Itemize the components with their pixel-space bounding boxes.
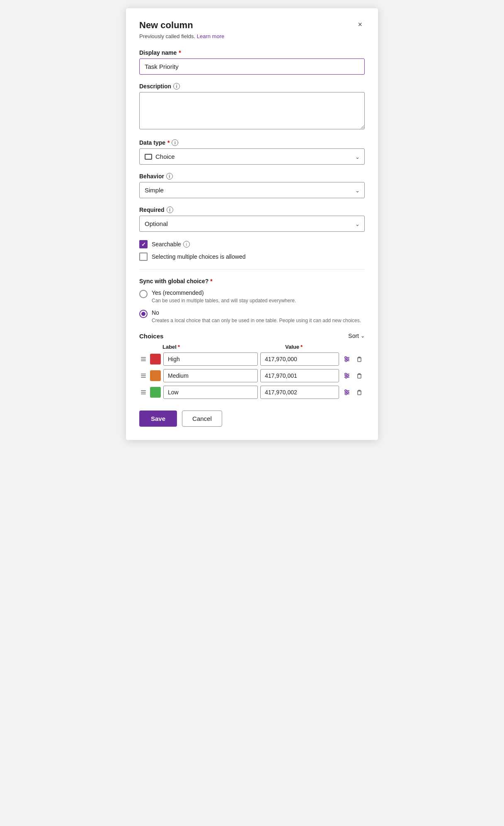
drag-handle-low[interactable] (139, 390, 148, 394)
required-select[interactable]: Optional ⌄ (139, 216, 365, 232)
behavior-select[interactable]: Simple ⌄ (139, 182, 365, 198)
panel-title: New column (139, 20, 193, 31)
cancel-button[interactable]: Cancel (182, 411, 222, 427)
choices-header: Choices Sort ⌄ (139, 333, 365, 340)
sliders-icon (343, 389, 351, 396)
choice-icon (145, 154, 152, 160)
delete-medium-button[interactable] (354, 370, 365, 381)
choice-label-medium[interactable] (163, 369, 258, 382)
choice-label-high[interactable] (163, 352, 258, 366)
color-swatch-low[interactable] (150, 387, 161, 398)
choice-value-high[interactable] (260, 352, 339, 366)
choice-value-low[interactable] (260, 386, 339, 399)
data-type-label: Data type * i (139, 139, 365, 146)
sort-chevron-icon: ⌄ (361, 333, 365, 339)
color-swatch-medium[interactable] (150, 370, 161, 381)
sync-global-section: Sync with global choice? * Yes (recommen… (139, 278, 365, 324)
choice-row-high (139, 352, 365, 366)
sync-global-required: * (210, 278, 212, 284)
trash-icon (356, 389, 363, 396)
required-display[interactable]: Optional ⌄ (139, 216, 365, 232)
footer-buttons: Save Cancel (139, 411, 365, 427)
panel-subtitle: Previously called fields. Learn more (139, 33, 365, 39)
behavior-label: Behavior i (139, 173, 365, 180)
data-type-info-icon: i (172, 139, 178, 146)
description-input[interactable] (139, 92, 365, 129)
svg-rect-13 (358, 374, 361, 378)
behavior-info-icon: i (166, 173, 173, 180)
drag-handle-high[interactable] (139, 357, 148, 361)
edit-color-medium-button[interactable] (342, 370, 352, 381)
display-name-input[interactable] (139, 58, 365, 75)
behavior-display[interactable]: Simple ⌄ (139, 182, 365, 198)
panel-header: New column × (139, 20, 365, 31)
edit-color-high-button[interactable] (342, 354, 352, 364)
choices-title: Choices (139, 333, 163, 340)
multiple-choices-label: Selecting multiple choices is allowed (152, 253, 245, 260)
row-actions-low (342, 387, 365, 398)
svg-point-3 (347, 358, 349, 360)
close-button[interactable]: × (355, 20, 365, 29)
behavior-chevron-icon: ⌄ (355, 187, 360, 193)
sync-yes-radio[interactable] (139, 290, 148, 298)
sync-yes-label: Yes (recommended) (152, 289, 296, 296)
svg-point-8 (345, 373, 346, 375)
svg-point-15 (345, 390, 346, 391)
searchable-row: Searchable i (139, 240, 365, 248)
row-actions-high (342, 354, 365, 364)
required-section: Required i Optional ⌄ (139, 206, 365, 232)
svg-rect-20 (358, 391, 361, 395)
sync-yes-option: Yes (recommended) Can be used in multipl… (139, 289, 365, 304)
svg-point-17 (347, 391, 349, 393)
description-info-icon: i (173, 83, 180, 90)
sync-no-label: No (152, 309, 361, 316)
sync-yes-desc: Can be used in multiple tables, and will… (152, 297, 296, 304)
delete-low-button[interactable] (354, 387, 365, 398)
sync-no-desc: Creates a local choice that can only be … (152, 317, 361, 324)
choice-row-low (139, 386, 365, 399)
choice-label-low[interactable] (163, 386, 258, 399)
new-column-panel: New column × Previously called fields. L… (126, 8, 378, 440)
data-type-select[interactable]: Choice ⌄ (139, 148, 365, 165)
learn-more-link[interactable]: Learn more (197, 33, 224, 39)
divider-1 (139, 269, 365, 270)
color-swatch-high[interactable] (150, 354, 161, 364)
required-chevron-icon: ⌄ (355, 221, 360, 227)
behavior-section: Behavior i Simple ⌄ (139, 173, 365, 198)
trash-icon (356, 372, 363, 379)
edit-color-low-button[interactable] (342, 387, 352, 398)
delete-high-button[interactable] (354, 354, 365, 364)
data-type-display[interactable]: Choice ⌄ (139, 148, 365, 165)
sync-no-option: No Creates a local choice that can only … (139, 309, 365, 324)
sliders-icon (343, 372, 351, 379)
description-label: Description i (139, 83, 365, 90)
svg-point-19 (345, 393, 347, 395)
display-name-label: Display name * (139, 49, 365, 56)
choice-value-medium[interactable] (260, 369, 339, 382)
multiple-choices-checkbox[interactable] (139, 253, 148, 261)
value-column-header: Value * (282, 344, 365, 350)
sync-yes-content: Yes (recommended) Can be used in multipl… (152, 289, 296, 304)
searchable-label: Searchable i (152, 241, 190, 248)
label-column-header: Label * (162, 344, 282, 350)
description-section: Description i (139, 83, 365, 131)
data-type-section: Data type * i Choice ⌄ (139, 139, 365, 165)
choice-row-medium (139, 369, 365, 382)
svg-point-10 (347, 375, 349, 377)
svg-point-1 (345, 357, 346, 358)
choices-section: Choices Sort ⌄ Label * Value * (139, 333, 365, 399)
display-name-section: Display name * (139, 49, 365, 75)
sync-no-radio[interactable] (139, 310, 148, 318)
save-button[interactable]: Save (139, 411, 177, 427)
sliders-icon (343, 355, 351, 363)
choices-column-headers: Label * Value * (139, 344, 365, 350)
multiple-choices-row: Selecting multiple choices is allowed (139, 253, 365, 261)
chevron-down-icon: ⌄ (355, 153, 360, 160)
trash-icon (356, 355, 363, 363)
searchable-checkbox[interactable] (139, 240, 148, 248)
sort-button[interactable]: Sort ⌄ (348, 333, 365, 339)
data-type-required: * (167, 139, 170, 146)
drag-handle-medium[interactable] (139, 374, 148, 378)
row-actions-medium (342, 370, 365, 381)
svg-point-5 (345, 360, 347, 362)
